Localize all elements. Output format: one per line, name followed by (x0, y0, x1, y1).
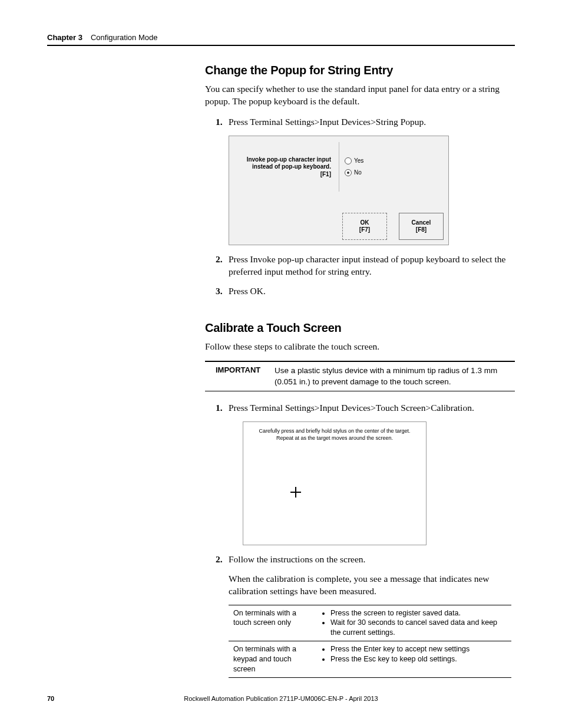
radio-no-label: No (354, 169, 362, 176)
step-number: 3. (216, 285, 223, 298)
step-number: 1. (216, 402, 223, 414)
section-heading-calibrate: Calibrate a Touch Screen (205, 321, 515, 335)
step-item: 2. Press Invoke pop-up character input i… (205, 253, 515, 278)
section-heading-popup: Change the Popup for String Entry (205, 64, 515, 77)
step-item: 2. Follow the instructions on the screen… (205, 554, 515, 566)
divider (339, 142, 339, 192)
table-cell: On terminals with a keypad and touch scr… (229, 641, 318, 678)
calibration-instructions: Carefully press and briefly hold stylus … (243, 428, 426, 442)
step-text: Press Terminal Settings>Input Devices>To… (229, 403, 474, 413)
ok-button[interactable]: OK [F7] (342, 213, 387, 240)
step-text: Press Terminal Settings>Input Devices>St… (229, 117, 426, 127)
step-item: 3. Press OK. (205, 285, 515, 298)
calibration-table: On terminals with a touch screen only Pr… (229, 605, 511, 678)
table-cell: Press the screen to register saved data.… (318, 605, 511, 641)
step-text: Press OK. (229, 286, 266, 296)
radio-icon (345, 169, 352, 176)
page-footer: 70 Rockwell Automation Publication 2711P… (47, 695, 515, 702)
section2-steps-cont: 2. Follow the instructions on the screen… (205, 554, 515, 566)
radio-no[interactable]: No (345, 169, 362, 176)
cancel-button[interactable]: Cancel [F8] (399, 213, 444, 240)
calibration-screenshot: Carefully press and briefly hold stylus … (243, 421, 427, 545)
table-row: On terminals with a touch screen only Pr… (229, 605, 511, 641)
table-cell: Press the Enter key to accept new settin… (318, 641, 511, 678)
step-item: 1. Press Terminal Settings>Input Devices… (205, 402, 515, 414)
step-number: 2. (216, 253, 223, 266)
chapter-label: Chapter 3 (47, 33, 82, 42)
chapter-title: Configuration Mode (91, 33, 157, 42)
list-item: Press the Enter key to accept new settin… (330, 644, 507, 654)
string-popup-screenshot: Invoke pop-up character input instead of… (229, 136, 449, 245)
target-cross-icon (290, 487, 301, 498)
step-number: 1. (216, 116, 223, 129)
section1-steps-cont: 2. Press Invoke pop-up character input i… (205, 253, 515, 298)
important-label: IMPORTANT (205, 365, 275, 387)
section1-intro: You can specify whether to use the stand… (205, 83, 515, 108)
radio-icon (345, 157, 352, 164)
table-row: On terminals with a keypad and touch scr… (229, 641, 511, 678)
list-item: Press the screen to register saved data. (330, 608, 507, 618)
section2-intro: Follow these steps to calibrate the touc… (205, 341, 515, 353)
important-text: Use a plastic stylus device with a minim… (275, 365, 515, 387)
radio-yes[interactable]: Yes (345, 157, 363, 164)
step-number: 2. (216, 554, 223, 566)
calibration-after-text: When the calibration is complete, you se… (229, 573, 515, 598)
step-item: 1. Press Terminal Settings>Input Devices… (205, 116, 515, 129)
radio-yes-label: Yes (354, 157, 363, 164)
table-cell: On terminals with a touch screen only (229, 605, 318, 641)
step-text: Press Invoke pop-up character input inst… (229, 254, 505, 276)
main-content: Change the Popup for String Entry You ca… (205, 64, 515, 678)
invoke-popup-label: Invoke pop-up character input instead of… (240, 156, 331, 179)
section2-steps: 1. Press Terminal Settings>Input Devices… (205, 402, 515, 414)
section1-steps: 1. Press Terminal Settings>Input Devices… (205, 116, 515, 129)
page-header: Chapter 3 Configuration Mode (47, 32, 515, 46)
list-item: Press the Esc key to keep old settings. (330, 654, 507, 664)
step-text: Follow the instructions on the screen. (229, 554, 365, 564)
publication-info: Rockwell Automation Publication 2711P-UM… (47, 695, 515, 702)
important-callout: IMPORTANT Use a plastic stylus device wi… (205, 361, 515, 391)
list-item: Wait for 30 seconds to cancel saved data… (330, 618, 507, 638)
